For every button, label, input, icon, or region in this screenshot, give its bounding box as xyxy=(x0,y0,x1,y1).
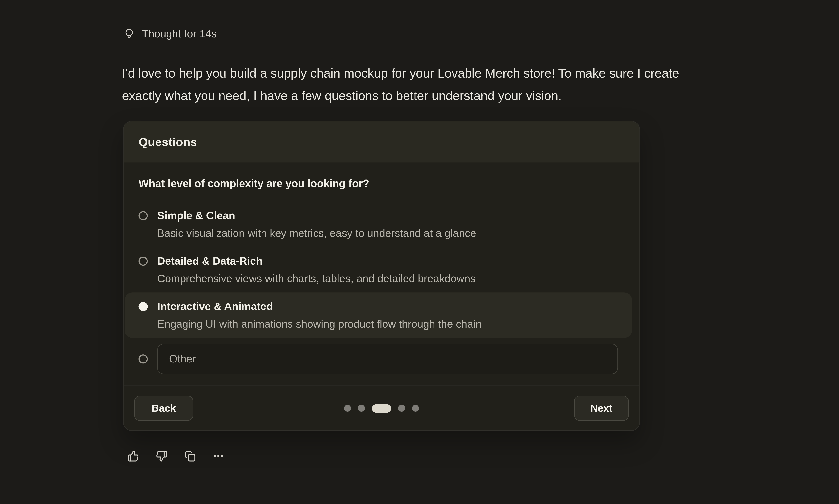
pagination-dots xyxy=(344,404,419,413)
pagination-dot xyxy=(398,405,405,412)
radio-unselected-icon[interactable] xyxy=(139,257,147,266)
chat-message-area: Thought for 14s I'd love to help you bui… xyxy=(0,0,839,504)
option-interactive-animated[interactable]: Interactive & Animated Engaging UI with … xyxy=(125,292,632,338)
next-button[interactable]: Next xyxy=(574,396,629,420)
card-title: Questions xyxy=(139,135,197,149)
radio-unselected-icon[interactable] xyxy=(139,211,147,220)
option-description: Comprehensive views with charts, tables,… xyxy=(157,270,476,287)
thumbs-up-button[interactable] xyxy=(127,450,139,462)
thought-label: Thought for 14s xyxy=(142,28,217,40)
more-options-button[interactable] xyxy=(212,450,224,462)
copy-button[interactable] xyxy=(184,450,196,462)
option-other[interactable] xyxy=(125,338,632,380)
thought-toggle[interactable]: Thought for 14s xyxy=(124,28,217,40)
pagination-dot xyxy=(344,405,351,412)
radio-unselected-icon[interactable] xyxy=(139,355,147,363)
option-title: Interactive & Animated xyxy=(157,298,482,314)
message-actions xyxy=(127,450,224,462)
option-simple-clean[interactable]: Simple & Clean Basic visualization with … xyxy=(125,202,632,247)
message-line: exactly what you need, I have a few ques… xyxy=(122,85,764,107)
option-title: Detailed & Data-Rich xyxy=(157,253,476,269)
option-description: Basic visualization with key metrics, ea… xyxy=(157,225,476,241)
copy-icon xyxy=(184,450,196,462)
thumbs-down-icon xyxy=(156,450,168,462)
questions-card-header: Questions xyxy=(124,121,640,163)
radio-selected-icon[interactable] xyxy=(139,302,147,311)
pagination-dot xyxy=(358,405,365,412)
pagination-dot-active xyxy=(372,404,391,413)
pagination-dot xyxy=(412,405,419,412)
option-title: Simple & Clean xyxy=(157,208,476,223)
message-line: I'd love to help you build a supply chai… xyxy=(122,62,764,85)
more-icon xyxy=(212,450,224,462)
questions-card-body: What level of complexity are you looking… xyxy=(124,163,640,380)
option-description: Engaging UI with animations showing prod… xyxy=(157,316,482,332)
card-footer: Back Next xyxy=(124,385,640,430)
back-button[interactable]: Back xyxy=(134,396,193,420)
options-list: Simple & Clean Basic visualization with … xyxy=(139,202,624,380)
thumbs-up-icon xyxy=(127,450,139,462)
thumbs-down-button[interactable] xyxy=(156,450,168,462)
option-detailed-data-rich[interactable]: Detailed & Data-Rich Comprehensive views… xyxy=(125,247,632,292)
questions-card: Questions What level of complexity are y… xyxy=(123,121,640,431)
other-option-input[interactable] xyxy=(157,344,618,374)
assistant-message: I'd love to help you build a supply chai… xyxy=(122,62,764,107)
lightbulb-icon xyxy=(124,29,135,39)
question-text: What level of complexity are you looking… xyxy=(139,176,624,191)
